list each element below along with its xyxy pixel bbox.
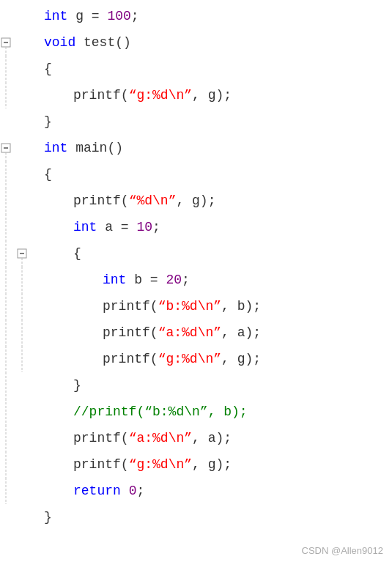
token-kw: return (73, 484, 121, 498)
gutter (0, 451, 44, 478)
code-line: } (0, 108, 392, 135)
token-num: 20 (166, 273, 182, 287)
code-container: int g = 100;void test(){printf(“g:%d\n”,… (0, 0, 392, 570)
code-text: printf(“a:%d\n”, a); (44, 425, 232, 451)
code-text: printf(“%d\n”, g); (44, 188, 215, 214)
code-text: printf(“g:%d\n”, g); (44, 82, 232, 108)
code-line: return 0; (0, 478, 392, 504)
code-line: printf(“b:%d\n”, b); (0, 293, 392, 319)
token-plain: main() (67, 141, 123, 155)
token-str: “%d\n” (129, 193, 177, 208)
code-line: //printf(“b:%d\n”, b); (0, 399, 392, 425)
token-plain: , b); (221, 299, 261, 314)
token-plain: printf( (73, 431, 129, 445)
token-plain: printf( (73, 193, 129, 208)
code-text: return 0; (44, 478, 144, 504)
token-plain: printf( (103, 352, 158, 366)
token-plain: ; (152, 220, 160, 234)
code-line: printf(“a:%d\n”, a); (0, 319, 392, 346)
gutter (0, 56, 44, 82)
token-kw: int (103, 273, 126, 287)
token-plain: , g); (221, 352, 261, 366)
token-plain: g = (67, 9, 107, 23)
code-text: void test() (44, 29, 131, 56)
gutter (0, 161, 44, 188)
code-text: { (44, 240, 81, 267)
gutter (0, 346, 44, 372)
code-text: } (44, 372, 81, 399)
token-plain: ; (136, 484, 144, 498)
token-str: “a:%d\n” (129, 431, 192, 445)
token-plain: , g); (192, 457, 232, 472)
token-str: “g:%d\n” (158, 352, 221, 366)
code-line: } (0, 504, 392, 530)
code-line: printf(“g:%d\n”, g); (0, 346, 392, 372)
code-line: int main() (0, 135, 392, 161)
gutter (0, 372, 44, 399)
code-line: { (0, 56, 392, 82)
gutter (0, 504, 44, 530)
code-line: int g = 100; (0, 3, 392, 29)
code-text: printf(“b:%d\n”, b); (44, 293, 261, 319)
token-kw: int (44, 9, 67, 23)
token-str: “a:%d\n” (158, 325, 221, 340)
token-plain: } (44, 114, 52, 129)
gutter (0, 478, 44, 504)
token-plain: test() (75, 35, 131, 50)
code-text: int main() (44, 135, 123, 161)
token-plain: { (73, 246, 81, 261)
token-plain: printf( (103, 325, 158, 340)
code-text: { (44, 161, 52, 188)
code-line: int b = 20; (0, 267, 392, 293)
token-str: “b:%d\n” (158, 299, 221, 314)
code-text: int g = 100; (44, 3, 139, 29)
token-plain: printf( (73, 88, 129, 103)
code-text: { (44, 56, 52, 82)
gutter (0, 29, 44, 56)
token-plain: { (44, 62, 52, 76)
token-plain: b = (126, 273, 166, 287)
token-kw: int (73, 220, 97, 234)
token-plain: , g); (192, 88, 232, 103)
token-plain: , a); (221, 325, 261, 340)
token-num: 10 (136, 220, 152, 234)
code-line: printf(“g:%d\n”, g); (0, 82, 392, 108)
code-line: printf(“g:%d\n”, g); (0, 451, 392, 478)
code-text: printf(“g:%d\n”, g); (44, 346, 261, 372)
token-kw: void (44, 35, 75, 50)
watermark: CSDN @Allen9012 (302, 538, 383, 564)
token-plain: , a); (192, 431, 232, 445)
code-line: void test() (0, 29, 392, 56)
code-text: int b = 20; (44, 267, 190, 293)
code-line: printf(“%d\n”, g); (0, 188, 392, 214)
token-plain: } (73, 378, 81, 393)
gutter (0, 293, 44, 319)
code-text: printf(“g:%d\n”, g); (44, 451, 232, 478)
token-str: “g:%d\n” (129, 457, 192, 472)
token-plain: { (44, 167, 52, 182)
token-plain: a = (97, 220, 136, 234)
gutter (0, 399, 44, 425)
token-plain: printf( (103, 299, 158, 314)
gutter (0, 188, 44, 214)
token-plain: , g); (176, 193, 215, 208)
code-line: int a = 10; (0, 214, 392, 240)
token-num: 0 (129, 484, 137, 498)
gutter (0, 135, 44, 161)
gutter (0, 240, 44, 267)
token-num: 100 (107, 9, 130, 23)
code-line: { (0, 240, 392, 267)
token-str: “g:%d\n” (129, 88, 192, 103)
code-text: } (44, 108, 52, 135)
code-text: printf(“a:%d\n”, a); (44, 319, 261, 346)
gutter (0, 425, 44, 451)
code-line: } (0, 372, 392, 399)
token-plain: ; (131, 9, 139, 23)
token-plain: printf( (73, 457, 129, 472)
code-text: } (44, 504, 52, 530)
gutter (0, 108, 44, 135)
gutter (0, 3, 44, 29)
gutter (0, 319, 44, 346)
token-plain (121, 484, 129, 498)
code-line: { (0, 161, 392, 188)
